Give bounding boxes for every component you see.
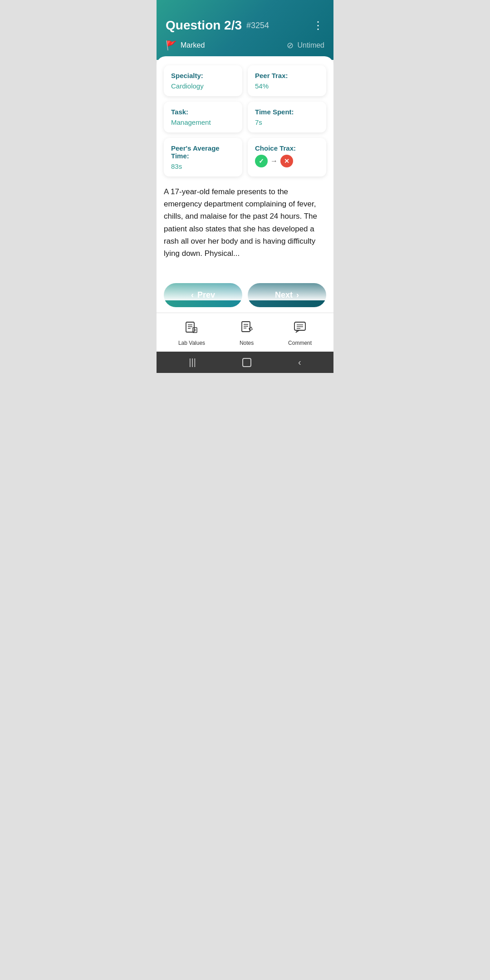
timer-icon: ⊘	[287, 40, 294, 50]
header-title-group: Question 2/3 #3254	[166, 18, 269, 33]
stats-grid: Specialty: Cardiology Peer Trax: 54% Tas…	[164, 65, 326, 176]
question-id: #3254	[246, 21, 269, 30]
stat-card-time-spent: Time Spent: 7s	[248, 102, 326, 132]
stat-card-peer-trax: Peer Trax: 54%	[248, 65, 326, 96]
prev-button[interactable]: ‹ Prev	[164, 283, 242, 307]
specialty-value: Cardiology	[171, 82, 235, 90]
next-button[interactable]: Next ›	[248, 283, 326, 307]
arrow-right-icon: →	[270, 157, 278, 165]
header-top: Question 2/3 #3254 ⋮	[166, 18, 324, 33]
system-nav-bar: ||| ‹	[157, 352, 333, 373]
peers-avg-time-value: 83s	[171, 162, 235, 170]
page-title: Question 2/3	[166, 18, 242, 33]
svg-rect-12	[294, 322, 305, 330]
question-text: A 17-year-old female presents to the eme…	[164, 186, 326, 260]
hamburger-nav-icon[interactable]: |||	[189, 357, 196, 368]
more-options-button[interactable]: ⋮	[313, 19, 324, 32]
correct-answer-icon: ✓	[255, 155, 268, 167]
prev-button-label: Prev	[197, 290, 215, 300]
peer-trax-label: Peer Trax:	[255, 72, 319, 79]
prev-arrow-icon: ‹	[191, 290, 194, 300]
stat-card-task: Task: Management	[164, 102, 242, 132]
next-arrow-icon: ›	[296, 290, 299, 300]
stat-card-peers-avg-time: Peer's Average Time: 83s	[164, 138, 242, 176]
choice-trax-row: ✓ → ✕	[255, 155, 319, 167]
header-bottom: 🚩 Marked ⊘ Untimed	[166, 40, 324, 51]
task-label: Task:	[171, 108, 235, 116]
notes-icon	[240, 320, 254, 337]
comment-toolbar-item[interactable]: Comment	[288, 320, 312, 346]
task-value: Management	[171, 118, 235, 126]
main-content: Specialty: Cardiology Peer Trax: 54% Tas…	[157, 56, 333, 278]
lab-values-icon	[185, 320, 198, 337]
comment-label: Comment	[288, 340, 312, 346]
wrong-answer-icon: ✕	[280, 155, 293, 167]
marked-label: Marked	[181, 41, 205, 49]
choice-trax-label: Choice Trax:	[255, 144, 319, 152]
svg-rect-7	[242, 322, 250, 332]
lab-values-toolbar-item[interactable]: Lab Values	[178, 320, 205, 346]
lab-values-label: Lab Values	[178, 340, 205, 346]
specialty-label: Specialty:	[171, 72, 235, 79]
phone-container: Question 2/3 #3254 ⋮ 🚩 Marked ⊘ Untimed …	[157, 0, 333, 373]
untimed-badge: ⊘ Untimed	[287, 40, 324, 50]
header: Question 2/3 #3254 ⋮ 🚩 Marked ⊘ Untimed	[157, 0, 333, 60]
next-button-label: Next	[275, 290, 293, 300]
untimed-label: Untimed	[297, 41, 324, 49]
time-spent-value: 7s	[255, 118, 319, 126]
square-nav-icon[interactable]	[242, 358, 251, 367]
notes-label: Notes	[240, 340, 254, 346]
stat-card-specialty: Specialty: Cardiology	[164, 65, 242, 96]
comment-icon	[293, 320, 307, 337]
time-spent-label: Time Spent:	[255, 108, 319, 116]
back-nav-icon[interactable]: ‹	[298, 357, 301, 368]
peer-trax-value: 54%	[255, 82, 319, 90]
nav-buttons: ‹ Prev Next ›	[157, 278, 333, 313]
stat-card-choice-trax: Choice Trax: ✓ → ✕	[248, 138, 326, 176]
bottom-toolbar: Lab Values Notes	[157, 313, 333, 352]
notes-toolbar-item[interactable]: Notes	[240, 320, 254, 346]
peers-avg-time-label: Peer's Average Time:	[171, 144, 235, 160]
flag-icon: 🚩	[166, 40, 177, 51]
marked-badge[interactable]: 🚩 Marked	[166, 40, 205, 51]
